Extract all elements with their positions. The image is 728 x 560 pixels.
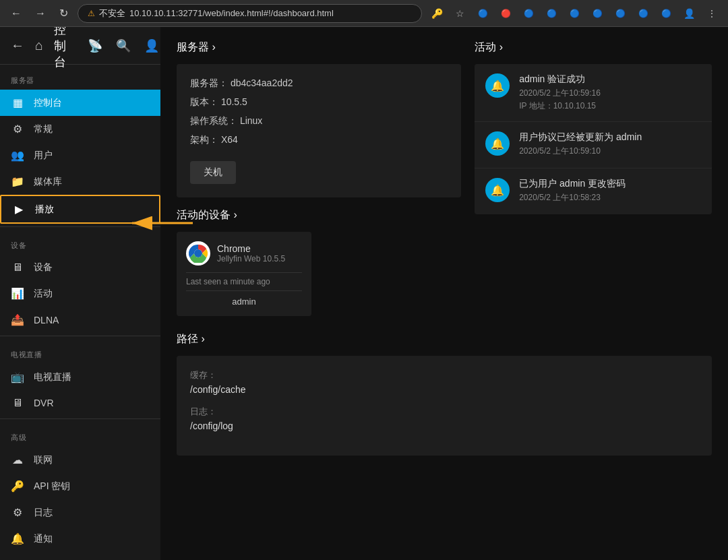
main-content: 服务器 › 服务器： db4c34aa2dd2 版本： 10.5.5 操作系统：…	[160, 27, 728, 560]
back-button[interactable]: ←	[7, 5, 26, 22]
activity-avatar-1: 🔔	[485, 73, 510, 98]
browser-toolbar: 🔑 ☆ 🔵 🔴 🔵 🔵 🔵 🔵 🔵 🔵 🔵 👤 ⋮	[427, 4, 721, 23]
back-nav-icon[interactable]: ←	[11, 38, 24, 53]
cache-path-row: 缓存： /config/cache	[190, 369, 698, 395]
url-bar[interactable]: ⚠ 不安全 10.10.10.11:32771/web/index.html#!…	[78, 4, 422, 23]
arch-value: X64	[221, 134, 238, 145]
shutdown-button[interactable]: 关机	[190, 161, 236, 184]
ext-icon-1[interactable]: 🔵	[473, 4, 492, 23]
sidebar-item-dvr-label: DVR	[34, 398, 54, 408]
search-icon[interactable]: 🔍	[116, 38, 131, 53]
log-path-row: 日志： /config/log	[190, 406, 698, 431]
sidebar-item-notify[interactable]: 🔔 通知	[0, 526, 160, 552]
sidebar-item-general[interactable]: ⚙ 常规	[0, 116, 160, 142]
device-name: Chrome	[217, 243, 285, 254]
version-row: 版本： 10.5.5	[190, 96, 448, 108]
sidebar-item-dashboard[interactable]: ▦ 控制台	[0, 90, 160, 116]
ext-icon-9[interactable]: 🔵	[657, 4, 675, 23]
dlna-icon: 📤	[11, 313, 24, 326]
dvr-icon: 🖥	[11, 397, 24, 409]
os-value: Linux	[240, 115, 262, 126]
forward-button[interactable]: →	[31, 5, 50, 22]
sidebar-item-activity-label: 活动	[34, 288, 53, 300]
activity-section: 活动 › 🔔 admin 验证成功 2020/5/2 上午10:59:16 IP…	[475, 40, 712, 316]
activity-item-3: 🔔 已为用户 admin 更改密码 2020/5/2 上午10:58:23	[475, 168, 712, 214]
sidebar: ← ⌂ 控制台 📡 🔍 👤 服务器 ▦ 控制台 ⚙ 常规 👥 用户 📁 媒体库 …	[0, 27, 160, 560]
sidebar-item-apikey-label: API 密钥	[34, 480, 70, 493]
home-icon[interactable]: ⌂	[35, 38, 43, 53]
version-label: 版本：	[190, 96, 218, 107]
app-header: ← ⌂ 控制台 📡 🔍 👤	[0, 27, 160, 65]
key-icon[interactable]: 🔑	[427, 4, 446, 23]
activity-section-header[interactable]: 活动 ›	[475, 40, 712, 55]
device-header: Chrome Jellyfin Web 10.5.5	[186, 241, 302, 266]
sidebar-item-log[interactable]: ⚙ 日志	[0, 499, 160, 526]
security-warning-icon: ⚠	[88, 9, 95, 18]
media-icon: 📁	[11, 175, 24, 188]
activity-title-3: 已为用户 admin 更改密码	[519, 178, 701, 190]
sidebar-item-dlna-label: DLNA	[34, 315, 59, 325]
sidebar-item-playback-label: 播放	[35, 204, 54, 216]
ext-icon-4[interactable]: 🔵	[542, 4, 561, 23]
sidebar-item-dashboard-label: 控制台	[34, 97, 62, 109]
paths-section-header[interactable]: 路径 ›	[177, 332, 712, 346]
sidebar-item-livetv[interactable]: 📺 电视直播	[0, 364, 160, 390]
sidebar-item-log-label: 日志	[34, 507, 53, 519]
sidebar-item-dvr[interactable]: 🖥 DVR	[0, 390, 160, 416]
section-device-label: 设备	[0, 230, 160, 255]
os-label: 操作系统：	[190, 115, 237, 126]
star-icon[interactable]: ☆	[450, 4, 469, 23]
section-advanced-label: 高级	[0, 422, 160, 447]
active-devices-label: 活动的设备 ›	[177, 208, 237, 222]
sidebar-item-activity[interactable]: 📊 活动	[0, 280, 160, 307]
ext-icon-7[interactable]: 🔵	[611, 4, 630, 23]
server-section: 服务器 › 服务器： db4c34aa2dd2 版本： 10.5.5 操作系统：…	[177, 40, 461, 316]
active-devices-header[interactable]: 活动的设备 ›	[177, 208, 461, 222]
general-icon: ⚙	[11, 123, 24, 135]
sidebar-item-media[interactable]: 📁 媒体库	[0, 168, 160, 195]
dashboard-top: 服务器 › 服务器： db4c34aa2dd2 版本： 10.5.5 操作系统：…	[177, 40, 712, 316]
sidebar-item-network[interactable]: ☁ 联网	[0, 447, 160, 473]
svg-point-2	[195, 251, 202, 257]
sidebar-item-media-label: 媒体库	[34, 176, 62, 188]
sidebar-item-users-label: 用户	[34, 150, 53, 162]
dashboard-icon: ▦	[11, 96, 24, 109]
sidebar-item-apikey[interactable]: 🔑 API 密钥	[0, 473, 160, 499]
profile-icon[interactable]: 👤	[679, 4, 698, 23]
ext-icon-2[interactable]: 🔴	[496, 4, 515, 23]
server-section-header[interactable]: 服务器 ›	[177, 40, 461, 55]
sidebar-item-devices[interactable]: 🖥 设备	[0, 255, 160, 280]
section-server-label: 服务器	[0, 65, 160, 90]
sidebar-item-playback[interactable]: ▶ 播放	[0, 195, 160, 224]
chrome-icon	[186, 241, 210, 266]
refresh-button[interactable]: ↻	[55, 4, 72, 22]
activity-panel: 🔔 admin 验证成功 2020/5/2 上午10:59:16 IP 地址：1…	[475, 64, 712, 214]
sidebar-item-notify-label: 通知	[34, 533, 53, 545]
cast-icon[interactable]: 📡	[88, 38, 102, 53]
log-path-value: /config/log	[190, 421, 698, 431]
app-container: ← ⌂ 控制台 📡 🔍 👤 服务器 ▦ 控制台 ⚙ 常规 👥 用户 📁 媒体库 …	[0, 27, 728, 560]
ext-icon-3[interactable]: 🔵	[519, 4, 538, 23]
cache-path-value: /config/cache	[190, 384, 698, 395]
device-app: Jellyfin Web 10.5.5	[217, 254, 285, 263]
server-label: 服务器：	[190, 77, 228, 88]
server-name-row: 服务器： db4c34aa2dd2	[190, 77, 448, 90]
cache-path-label: 缓存：	[190, 369, 698, 381]
sidebar-item-dlna[interactable]: 📤 DLNA	[0, 307, 160, 333]
ext-icon-8[interactable]: 🔵	[634, 4, 653, 23]
menu-icon[interactable]: ⋮	[702, 4, 721, 23]
arch-label: 架构：	[190, 134, 218, 145]
activity-text-2: 用户协议已经被更新为 admin 2020/5/2 上午10:59:10	[519, 131, 701, 158]
activity-time-1: 2020/5/2 上午10:59:16	[519, 88, 701, 99]
paths-card: 缓存： /config/cache 日志： /config/log	[177, 356, 712, 456]
ext-icon-5[interactable]: 🔵	[565, 4, 584, 23]
sidebar-item-users[interactable]: 👥 用户	[0, 142, 160, 168]
user-icon[interactable]: 👤	[144, 38, 159, 53]
activity-text-3: 已为用户 admin 更改密码 2020/5/2 上午10:58:23	[519, 178, 701, 205]
device-info: Chrome Jellyfin Web 10.5.5	[217, 243, 285, 263]
activity-time-3: 2020/5/2 上午10:58:23	[519, 192, 701, 204]
paths-section: 路径 › 缓存： /config/cache 日志： /config/log	[177, 332, 712, 456]
divider-1	[0, 226, 160, 227]
playback-icon: ▶	[12, 203, 26, 216]
ext-icon-6[interactable]: 🔵	[588, 4, 607, 23]
